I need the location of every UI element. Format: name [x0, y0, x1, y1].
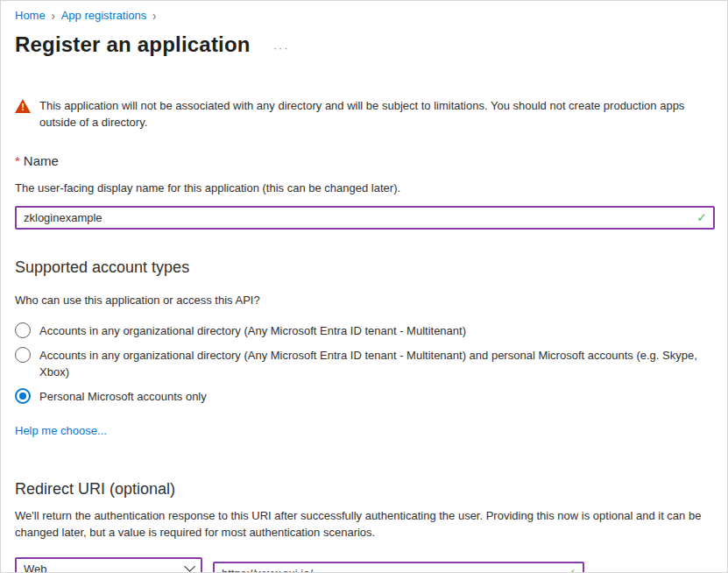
- radio-option-multitenant[interactable]: Accounts in any organizational directory…: [15, 322, 713, 339]
- register-application-page: Home › App registrations › Register an a…: [0, 0, 728, 573]
- breadcrumb: Home › App registrations ›: [15, 8, 713, 24]
- platform-select[interactable]: Web: [15, 557, 202, 573]
- valid-checkmark-icon: ✓: [566, 566, 576, 573]
- platform-select-value: Web: [24, 562, 47, 573]
- radio-unselected-icon[interactable]: [15, 347, 31, 363]
- breadcrumb-app-registrations-link[interactable]: App registrations: [61, 8, 147, 24]
- warning-text: This application will not be associated …: [39, 97, 713, 131]
- breadcrumb-home-link[interactable]: Home: [15, 8, 46, 24]
- page-title: Register an application: [15, 31, 251, 59]
- redirect-uri-heading: Redirect URI (optional): [15, 478, 713, 499]
- name-input-container: ✓: [15, 206, 715, 230]
- warning-triangle-icon: [15, 99, 31, 113]
- chevron-right-icon: ›: [52, 6, 55, 26]
- redirect-uri-row: Web ✓: [15, 552, 713, 573]
- radio-option-multitenant-personal[interactable]: Accounts in any organizational directory…: [15, 346, 713, 380]
- radio-unselected-icon[interactable]: [15, 322, 31, 338]
- account-type-radio-group: Accounts in any organizational directory…: [15, 322, 713, 405]
- redirect-uri-description: We'll return the authentication response…: [15, 507, 711, 541]
- warning-banner: This application will not be associated …: [15, 97, 713, 131]
- account-types-question: Who can use this application or access t…: [15, 293, 713, 308]
- supported-account-types-heading: Supported account types: [15, 257, 713, 278]
- redirect-uri-input-container: ✓: [213, 562, 584, 573]
- name-field-description: The user-facing display name for this ap…: [15, 180, 713, 196]
- valid-checkmark-icon: ✓: [696, 210, 707, 224]
- page-header: Register an application ···: [15, 31, 713, 59]
- radio-option-label: Accounts in any organizational directory…: [39, 322, 466, 339]
- more-options-icon[interactable]: ···: [273, 36, 290, 54]
- radio-option-label: Accounts in any organizational directory…: [39, 346, 710, 380]
- radio-option-personal-only[interactable]: Personal Microsoft accounts only: [15, 387, 713, 405]
- name-input[interactable]: [15, 206, 715, 230]
- chevron-right-icon: ›: [152, 6, 156, 26]
- radio-option-label: Personal Microsoft accounts only: [39, 387, 207, 405]
- name-field-label: *Name: [15, 152, 713, 170]
- required-asterisk: *: [15, 153, 20, 168]
- chevron-down-icon: [184, 561, 195, 572]
- radio-selected-icon[interactable]: [15, 388, 31, 404]
- help-me-choose-link[interactable]: Help me choose...: [15, 423, 107, 439]
- redirect-uri-input[interactable]: [213, 562, 584, 573]
